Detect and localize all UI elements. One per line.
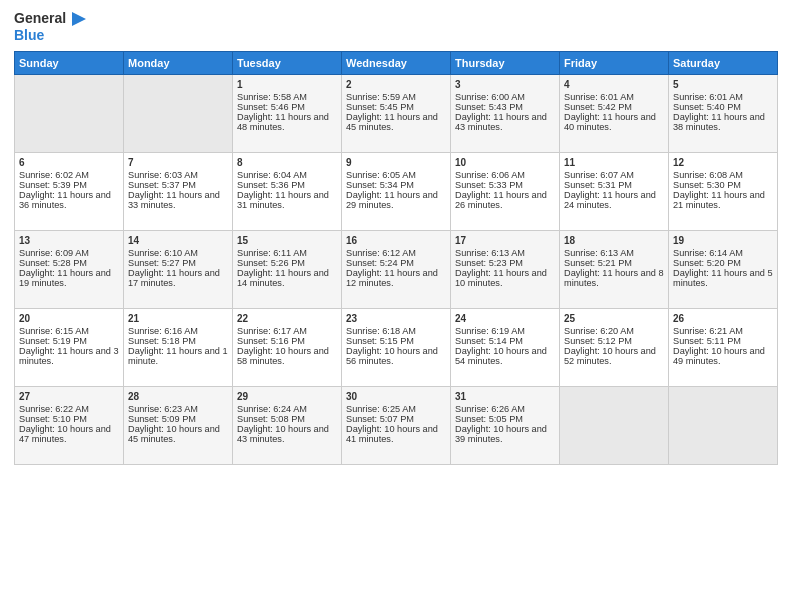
day-info: Sunrise: 6:19 AM [455, 326, 555, 336]
day-number: 28 [128, 391, 228, 402]
calendar-cell: 12Sunrise: 6:08 AMSunset: 5:30 PMDayligh… [669, 153, 778, 231]
day-number: 17 [455, 235, 555, 246]
day-number: 16 [346, 235, 446, 246]
day-info: Daylight: 11 hours and 14 minutes. [237, 268, 337, 288]
calendar-cell: 1Sunrise: 5:58 AMSunset: 5:46 PMDaylight… [233, 75, 342, 153]
calendar-cell: 17Sunrise: 6:13 AMSunset: 5:23 PMDayligh… [451, 231, 560, 309]
day-info: Sunset: 5:23 PM [455, 258, 555, 268]
day-info: Sunset: 5:42 PM [564, 102, 664, 112]
day-info: Daylight: 11 hours and 43 minutes. [455, 112, 555, 132]
day-number: 23 [346, 313, 446, 324]
day-info: Sunset: 5:15 PM [346, 336, 446, 346]
day-info: Sunset: 5:11 PM [673, 336, 773, 346]
logo-general: General [14, 11, 66, 26]
day-number: 29 [237, 391, 337, 402]
day-number: 9 [346, 157, 446, 168]
day-info: Sunrise: 6:18 AM [346, 326, 446, 336]
day-number: 7 [128, 157, 228, 168]
day-info: Sunrise: 6:02 AM [19, 170, 119, 180]
day-info: Daylight: 11 hours and 21 minutes. [673, 190, 773, 210]
day-info: Sunset: 5:37 PM [128, 180, 228, 190]
day-number: 2 [346, 79, 446, 90]
day-number: 18 [564, 235, 664, 246]
day-info: Sunrise: 6:20 AM [564, 326, 664, 336]
day-info: Sunset: 5:21 PM [564, 258, 664, 268]
calendar-cell: 2Sunrise: 5:59 AMSunset: 5:45 PMDaylight… [342, 75, 451, 153]
day-info: Sunset: 5:10 PM [19, 414, 119, 424]
day-info: Sunset: 5:40 PM [673, 102, 773, 112]
day-info: Sunrise: 6:09 AM [19, 248, 119, 258]
day-info: Sunset: 5:34 PM [346, 180, 446, 190]
day-number: 13 [19, 235, 119, 246]
logo-arrow-icon [68, 10, 86, 28]
day-info: Daylight: 11 hours and 31 minutes. [237, 190, 337, 210]
day-info: Daylight: 10 hours and 58 minutes. [237, 346, 337, 366]
day-number: 12 [673, 157, 773, 168]
day-info: Daylight: 11 hours and 26 minutes. [455, 190, 555, 210]
day-info: Sunset: 5:18 PM [128, 336, 228, 346]
day-info: Daylight: 11 hours and 36 minutes. [19, 190, 119, 210]
calendar-cell: 9Sunrise: 6:05 AMSunset: 5:34 PMDaylight… [342, 153, 451, 231]
calendar-week-row: 27Sunrise: 6:22 AMSunset: 5:10 PMDayligh… [15, 387, 778, 465]
day-info: Sunrise: 6:24 AM [237, 404, 337, 414]
day-info: Sunrise: 6:11 AM [237, 248, 337, 258]
day-info: Daylight: 11 hours and 8 minutes. [564, 268, 664, 288]
calendar-week-row: 1Sunrise: 5:58 AMSunset: 5:46 PMDaylight… [15, 75, 778, 153]
day-info: Sunrise: 6:06 AM [455, 170, 555, 180]
day-number: 8 [237, 157, 337, 168]
day-number: 6 [19, 157, 119, 168]
calendar-header-row: SundayMondayTuesdayWednesdayThursdayFrid… [15, 52, 778, 75]
day-info: Sunrise: 6:13 AM [455, 248, 555, 258]
day-info: Sunset: 5:43 PM [455, 102, 555, 112]
calendar-cell: 13Sunrise: 6:09 AMSunset: 5:28 PMDayligh… [15, 231, 124, 309]
day-info: Sunset: 5:12 PM [564, 336, 664, 346]
day-number: 21 [128, 313, 228, 324]
day-info: Sunset: 5:46 PM [237, 102, 337, 112]
calendar-week-row: 13Sunrise: 6:09 AMSunset: 5:28 PMDayligh… [15, 231, 778, 309]
day-info: Sunset: 5:30 PM [673, 180, 773, 190]
day-info: Sunrise: 6:00 AM [455, 92, 555, 102]
weekday-header: Sunday [15, 52, 124, 75]
day-info: Sunset: 5:08 PM [237, 414, 337, 424]
calendar-week-row: 6Sunrise: 6:02 AMSunset: 5:39 PMDaylight… [15, 153, 778, 231]
day-info: Sunset: 5:14 PM [455, 336, 555, 346]
day-number: 22 [237, 313, 337, 324]
day-info: Daylight: 10 hours and 45 minutes. [128, 424, 228, 444]
day-info: Sunset: 5:07 PM [346, 414, 446, 424]
day-info: Daylight: 10 hours and 49 minutes. [673, 346, 773, 366]
calendar-cell: 7Sunrise: 6:03 AMSunset: 5:37 PMDaylight… [124, 153, 233, 231]
day-info: Daylight: 11 hours and 3 minutes. [19, 346, 119, 366]
day-info: Daylight: 11 hours and 17 minutes. [128, 268, 228, 288]
day-info: Sunrise: 5:59 AM [346, 92, 446, 102]
calendar-cell: 4Sunrise: 6:01 AMSunset: 5:42 PMDaylight… [560, 75, 669, 153]
calendar-cell: 26Sunrise: 6:21 AMSunset: 5:11 PMDayligh… [669, 309, 778, 387]
calendar-cell: 6Sunrise: 6:02 AMSunset: 5:39 PMDaylight… [15, 153, 124, 231]
calendar-cell: 19Sunrise: 6:14 AMSunset: 5:20 PMDayligh… [669, 231, 778, 309]
calendar-cell: 29Sunrise: 6:24 AMSunset: 5:08 PMDayligh… [233, 387, 342, 465]
day-info: Daylight: 11 hours and 12 minutes. [346, 268, 446, 288]
calendar-week-row: 20Sunrise: 6:15 AMSunset: 5:19 PMDayligh… [15, 309, 778, 387]
day-info: Sunset: 5:19 PM [19, 336, 119, 346]
calendar-cell: 22Sunrise: 6:17 AMSunset: 5:16 PMDayligh… [233, 309, 342, 387]
day-info: Sunset: 5:45 PM [346, 102, 446, 112]
day-info: Daylight: 11 hours and 48 minutes. [237, 112, 337, 132]
day-info: Sunrise: 6:12 AM [346, 248, 446, 258]
weekday-header: Thursday [451, 52, 560, 75]
day-info: Daylight: 11 hours and 40 minutes. [564, 112, 664, 132]
day-info: Sunset: 5:26 PM [237, 258, 337, 268]
day-info: Sunrise: 6:23 AM [128, 404, 228, 414]
day-info: Sunrise: 6:08 AM [673, 170, 773, 180]
calendar-cell: 24Sunrise: 6:19 AMSunset: 5:14 PMDayligh… [451, 309, 560, 387]
day-number: 10 [455, 157, 555, 168]
weekday-header: Monday [124, 52, 233, 75]
day-info: Sunrise: 6:17 AM [237, 326, 337, 336]
calendar-cell: 21Sunrise: 6:16 AMSunset: 5:18 PMDayligh… [124, 309, 233, 387]
day-info: Sunrise: 6:26 AM [455, 404, 555, 414]
calendar-cell [15, 75, 124, 153]
day-info: Sunset: 5:09 PM [128, 414, 228, 424]
day-info: Daylight: 11 hours and 5 minutes. [673, 268, 773, 288]
day-info: Sunrise: 6:01 AM [564, 92, 664, 102]
day-number: 30 [346, 391, 446, 402]
day-number: 27 [19, 391, 119, 402]
day-info: Sunrise: 6:13 AM [564, 248, 664, 258]
